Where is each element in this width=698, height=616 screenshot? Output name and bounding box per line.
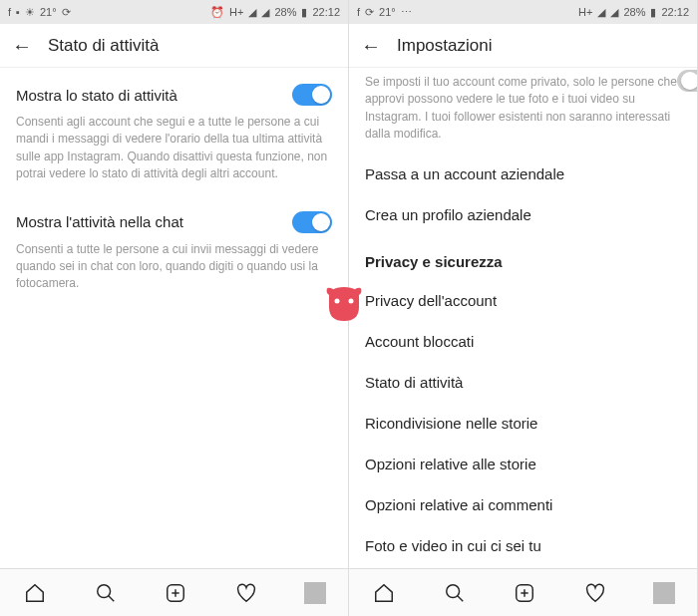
back-icon[interactable]: ← [361,36,381,56]
search-icon[interactable] [442,580,468,606]
menu-account-privacy[interactable]: Privacy dell'account [365,280,681,321]
section-privacy-header: Privacy e sicurezza [365,235,681,280]
battery-icon: ▮ [301,6,307,19]
menu-story-reshare[interactable]: Ricondivisione nelle storie [365,403,681,444]
app-header: ← Stato di attività [0,24,348,68]
phone-left: f ▪ ☀ 21° ⟳ ⏰ H+ ◢ ◢ 28% ▮ 22:12 ← Stato… [0,0,349,616]
toggle-activity-status[interactable] [292,84,332,106]
setting-desc: Consenti agli account che segui e a tutt… [16,114,332,195]
bottom-nav [349,568,697,616]
clock: 22:12 [661,6,689,18]
app-header: ← Impostazioni [349,24,697,68]
profile-icon[interactable] [304,582,326,604]
bottom-nav [0,568,348,616]
weather-icon: ☀ [25,6,35,19]
search-icon[interactable] [93,580,119,606]
battery-percent: 28% [274,6,296,18]
toggle-chat-activity[interactable] [292,211,332,233]
dots-icon: ⋯ [401,6,412,19]
menu-photos-of-you[interactable]: Foto e video in cui ci sei tu [365,525,681,566]
setting-label: Mostra l'attività nella chat [16,213,183,230]
battery-icon: ▮ [650,6,656,19]
setting-activity-status: Mostra lo stato di attività [16,68,332,114]
svg-line-6 [458,595,464,601]
signal-icon-2: ◢ [610,6,618,19]
sync-icon: ⟳ [365,6,374,19]
svg-point-5 [447,584,460,597]
page-title: Stato di attività [48,36,160,56]
signal-icon: ◢ [597,6,605,19]
network-type: H+ [578,6,592,18]
signal-icon: ◢ [248,6,256,19]
profile-icon[interactable] [653,582,675,604]
setting-chat-activity: Mostra l'attività nella chat [16,195,332,241]
menu-activity-status[interactable]: Stato di attività [365,362,681,403]
image-icon: ▪ [16,6,20,18]
phone-right: f ⟳ 21° ⋯ H+ ◢ ◢ 28% ▮ 22:12 ← Impostazi… [349,0,698,616]
menu-business-switch[interactable]: Passa a un account aziendale [365,154,681,194]
facebook-icon: f [8,6,11,18]
temp-label: 21° [379,6,396,18]
back-icon[interactable]: ← [12,36,32,56]
status-bar: f ⟳ 21° ⋯ H+ ◢ ◢ 28% ▮ 22:12 [349,0,697,24]
signal-icon-2: ◢ [261,6,269,19]
toggle-partial[interactable] [677,70,697,92]
menu-business-create[interactable]: Crea un profilo aziendale [365,194,681,235]
heart-icon[interactable] [582,580,608,606]
add-icon[interactable] [163,580,188,606]
alarm-icon: ⏰ [210,6,224,19]
network-type: H+ [229,6,243,18]
svg-line-1 [109,595,115,601]
add-icon[interactable] [512,580,537,606]
temp-label: 21° [40,6,57,18]
home-icon[interactable] [371,580,397,606]
svg-point-0 [98,584,111,597]
battery-percent: 28% [623,6,645,18]
setting-desc: Consenti a tutte le persone a cui invii … [16,241,332,305]
clock: 22:12 [312,6,340,18]
facebook-icon: f [357,6,360,18]
content-area: Se imposti il tuo account come privato, … [349,68,697,568]
privacy-desc: Se imposti il tuo account come privato, … [365,68,681,154]
status-bar: f ▪ ☀ 21° ⟳ ⏰ H+ ◢ ◢ 28% ▮ 22:12 [0,0,348,24]
setting-label: Mostra lo stato di attività [16,87,177,104]
home-icon[interactable] [22,580,48,606]
page-title: Impostazioni [397,36,492,56]
sync-icon: ⟳ [62,6,71,19]
menu-comment-options[interactable]: Opzioni relative ai commenti [365,484,681,525]
menu-blocked-accounts[interactable]: Account bloccati [365,321,681,362]
heart-icon[interactable] [233,580,259,606]
content-area: Mostra lo stato di attività Consenti agl… [0,68,348,568]
menu-story-options[interactable]: Opzioni relative alle storie [365,444,681,484]
